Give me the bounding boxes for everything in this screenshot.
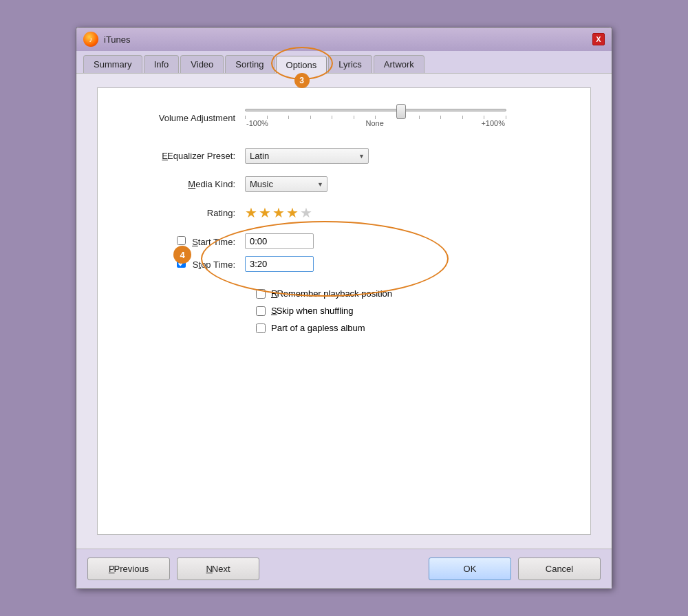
next-button[interactable]: NNext (177, 557, 259, 580)
title-bar-left: ♪ iTunes (83, 32, 131, 47)
rating-row: Rating: ★ ★ ★ ★ ★ (118, 204, 570, 221)
itunes-icon: ♪ (83, 32, 98, 47)
equalizer-select[interactable]: Latin None Acoustic Bass Booster Classic… (245, 148, 369, 164)
skip-shuffling-row: SSkip when shuffling (256, 306, 570, 316)
content-area: Volume Adjustment (76, 74, 612, 549)
volume-thumb[interactable] (396, 104, 406, 119)
tick (354, 116, 354, 119)
start-time-input[interactable] (245, 233, 314, 249)
equalizer-label: EEqualizer Preset: (118, 151, 235, 161)
previous-button[interactable]: PPrevious (87, 557, 170, 580)
volume-min-label: -100% (246, 119, 268, 127)
tick (288, 116, 289, 119)
star-1[interactable]: ★ (245, 204, 257, 221)
tab-options[interactable]: Options 3 (276, 56, 327, 74)
itunes-window: ♪ iTunes X Summary Info Video Sorting Op… (76, 27, 612, 589)
remember-playback-label: RRemember playback position (271, 288, 392, 299)
rating-label: Rating: (118, 208, 235, 218)
start-time-checkbox[interactable] (177, 236, 186, 245)
volume-row: Volume Adjustment (118, 109, 570, 127)
close-button[interactable]: X (592, 33, 605, 45)
gapless-album-checkbox[interactable] (256, 323, 266, 333)
tab-bar: Summary Info Video Sorting Options 3 Lyr… (76, 51, 612, 74)
stop-time-input[interactable] (245, 256, 314, 272)
footer-right: OK Cancel (429, 557, 601, 580)
tab-lyrics[interactable]: Lyrics (328, 55, 372, 73)
volume-labels: -100% None +100% (245, 119, 506, 127)
time-section: 4 Start Time: Stop Time: (118, 233, 570, 272)
checkboxes-area: RRemember playback position SSkip when s… (256, 288, 570, 333)
rating-stars[interactable]: ★ ★ ★ ★ ★ (245, 204, 312, 221)
start-time-label: Start Time: (118, 236, 235, 247)
tab-summary[interactable]: Summary (83, 55, 142, 73)
skip-shuffling-checkbox[interactable] (256, 306, 266, 316)
media-kind-select-wrapper: Music Movie TV Show Podcast Audiobook (245, 176, 327, 192)
tab-info[interactable]: Info (144, 55, 180, 73)
tab-artwork[interactable]: Artwork (374, 55, 424, 73)
volume-none-label: None (365, 119, 383, 127)
star-4[interactable]: ★ (286, 204, 299, 221)
footer-left: PPrevious NNext (87, 557, 259, 580)
volume-track (245, 109, 506, 111)
volume-slider-area: -100% None +100% (245, 109, 506, 127)
cancel-button[interactable]: Cancel (518, 557, 601, 580)
tab-sorting[interactable]: Sorting (225, 55, 274, 73)
tick (332, 116, 332, 119)
tick (506, 116, 506, 119)
media-kind-label: Media Kind: (118, 179, 235, 189)
gapless-album-label: Part of a gapless album (271, 323, 365, 333)
star-5[interactable]: ★ (300, 204, 312, 221)
media-kind-select[interactable]: Music Movie TV Show Podcast Audiobook (245, 176, 327, 192)
equalizer-row: EEqualizer Preset: Latin None Acoustic B… (118, 148, 570, 164)
tick (245, 116, 246, 119)
tick (462, 116, 463, 119)
media-kind-row: Media Kind: Music Movie TV Show Podcast … (118, 176, 570, 192)
ok-button[interactable]: OK (429, 557, 511, 580)
star-3[interactable]: ★ (272, 204, 285, 221)
star-2[interactable]: ★ (259, 204, 271, 221)
window-title: iTunes (104, 34, 131, 45)
remember-playback-row: RRemember playback position (256, 288, 570, 299)
title-bar: ♪ iTunes X (76, 28, 612, 51)
skip-shuffling-label: SSkip when shuffling (271, 306, 353, 316)
footer: PPrevious NNext OK Cancel (76, 549, 612, 588)
remember-playback-checkbox[interactable] (256, 289, 266, 299)
volume-label: Volume Adjustment (118, 113, 235, 123)
tick (310, 116, 311, 119)
equalizer-select-wrapper: Latin None Acoustic Bass Booster Classic… (245, 148, 369, 164)
tick (419, 116, 420, 119)
tab-video[interactable]: Video (180, 55, 224, 73)
tick (440, 116, 441, 119)
badge-4: 4 (173, 246, 191, 264)
gapless-album-row: Part of a gapless album (256, 323, 570, 333)
options-panel: Volume Adjustment (97, 87, 591, 535)
volume-max-label: +100% (481, 119, 505, 127)
